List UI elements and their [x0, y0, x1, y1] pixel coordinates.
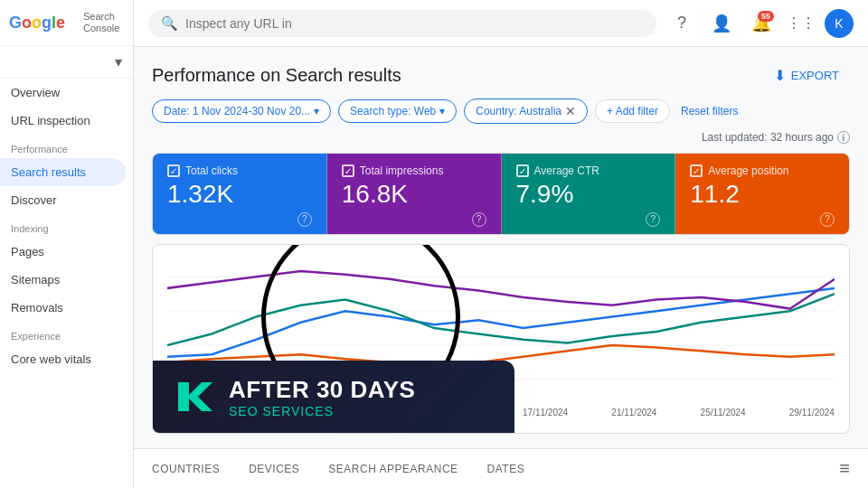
metric-footer: ?	[342, 212, 486, 227]
brand-subtitle: SEO SERVICES	[229, 404, 415, 418]
x-label-6: 21/11/2024	[611, 408, 656, 418]
sidebar-item-pages-label: Pages	[11, 245, 44, 258]
sidebar-item-search-results-label: Search results	[11, 165, 86, 179]
accounts-button[interactable]: 👤	[705, 7, 738, 40]
metric-footer: ?	[167, 212, 312, 227]
country-filter[interactable]: Country: Australia ✕	[464, 99, 588, 124]
tab-countries[interactable]: COUNTRIES	[152, 452, 220, 486]
x-label-5: 17/11/2024	[523, 408, 568, 418]
content-header: Performance on Search results ⬇ EXPORT	[152, 61, 850, 89]
sidebar-item-core-web-vitals-label: Core web vitals	[11, 352, 91, 366]
sidebar-item-overview-label: Overview	[11, 86, 60, 99]
metric-card-position[interactable]: ✓ Average position 11.2 ?	[675, 154, 849, 234]
property-dropdown[interactable]: ▾	[0, 46, 133, 79]
filter-icon[interactable]: ≡	[839, 458, 850, 479]
svg-text:Google: Google	[9, 14, 65, 32]
content-area: Performance on Search results ⬇ EXPORT D…	[134, 47, 868, 448]
search-icon: 🔍	[161, 15, 178, 32]
sidebar-item-url-inspection[interactable]: URL inspection	[0, 107, 126, 135]
sidebar-item-core-web-vitals[interactable]: Core web vitals	[0, 345, 126, 373]
chevron-down-icon: ▾	[439, 105, 445, 117]
metric-position-label: ✓ Average position	[690, 164, 835, 177]
brand-logo-icon	[171, 375, 214, 418]
main-content: 🔍 ? 👤 🔔 55 ⋮⋮ K Performance on Search re…	[134, 0, 868, 488]
sidebar-item-search-results[interactable]: Search results	[0, 158, 126, 186]
chart-area: 01/11/2024 05/11/2024 09/11/2024 13/11/2…	[152, 244, 850, 434]
last-updated: Last updated: 32 hours ago ℹ	[702, 131, 850, 144]
add-filter-button[interactable]: + Add filter	[595, 99, 670, 123]
search-input[interactable]	[185, 16, 644, 31]
search-type-filter[interactable]: Search type: Web ▾	[338, 99, 457, 123]
reset-filters-label: Reset filters	[681, 105, 738, 117]
sidebar-section-performance: Performance	[0, 135, 133, 158]
metric-impressions-value: 16.8K	[342, 181, 486, 209]
download-icon: ⬇	[774, 67, 786, 84]
sidebar-item-pages[interactable]: Pages	[0, 238, 126, 266]
grid-icon: ⋮⋮	[787, 14, 816, 32]
info-icon[interactable]: ?	[472, 212, 486, 227]
sidebar-item-sitemaps-label: Sitemaps	[11, 273, 60, 286]
last-updated-text: Last updated: 32 hours ago	[702, 131, 834, 144]
add-filter-label: + Add filter	[607, 105, 658, 117]
topbar-icons: ? 👤 🔔 55 ⋮⋮ K	[665, 7, 854, 40]
clicks-line	[167, 288, 835, 357]
chevron-down-icon: ▾	[314, 105, 319, 117]
info-icon[interactable]: ?	[820, 212, 835, 227]
metric-impressions-label: ✓ Total impressions	[342, 164, 486, 177]
search-box[interactable]: 🔍	[148, 10, 656, 37]
tab-search-appearance[interactable]: SEARCH APPEARANCE	[328, 452, 458, 486]
date-filter-label: Date: 1 Nov 2024-30 Nov 20...	[164, 105, 310, 117]
checkbox-icon: ✓	[690, 164, 703, 177]
metric-position-value: 11.2	[690, 181, 835, 209]
sidebar: Google SearchConsole ▾ Overview URL insp…	[0, 0, 134, 488]
checkbox-icon: ✓	[342, 164, 354, 177]
info-icon[interactable]: ?	[646, 212, 660, 227]
filters-bar: Date: 1 Nov 2024-30 Nov 20... ▾ Search t…	[152, 99, 850, 144]
bottom-tabs: COUNTRIES DEVICES SEARCH APPEARANCE DATE…	[134, 448, 868, 488]
apps-button[interactable]: ⋮⋮	[785, 7, 817, 40]
sidebar-item-removals[interactable]: Removals	[0, 294, 126, 322]
metric-footer: ?	[516, 212, 661, 227]
branding-overlay: AFTER 30 DAYS SEO SERVICES	[153, 361, 514, 433]
metric-ctr-value: 7.9%	[516, 181, 661, 209]
date-filter[interactable]: Date: 1 Nov 2024-30 Nov 20... ▾	[152, 99, 331, 123]
sidebar-item-overview[interactable]: Overview	[0, 79, 126, 107]
sidebar-section-indexing: Indexing	[0, 214, 133, 238]
tab-dates[interactable]: DATES	[487, 452, 525, 486]
metric-card-clicks[interactable]: ✓ Total clicks 1.32K ?	[153, 154, 327, 234]
metric-card-impressions[interactable]: ✓ Total impressions 16.8K ?	[327, 154, 502, 234]
sidebar-section-experience: Experience	[0, 322, 133, 345]
help-icon: ?	[677, 14, 686, 33]
brand-text: AFTER 30 DAYS SEO SERVICES	[229, 376, 415, 418]
info-icon[interactable]: ?	[297, 212, 312, 227]
sidebar-item-url-inspection-label: URL inspection	[11, 114, 90, 127]
reset-filters-button[interactable]: Reset filters	[677, 100, 741, 122]
x-label-7: 25/11/2024	[701, 408, 746, 418]
metric-clicks-value: 1.32K	[167, 181, 312, 209]
chevron-down-icon: ▾	[115, 53, 122, 70]
x-label-8: 29/11/2024	[789, 408, 835, 418]
checkbox-icon: ✓	[167, 164, 180, 177]
tab-devices[interactable]: DEVICES	[249, 452, 299, 486]
sidebar-item-discover[interactable]: Discover	[0, 186, 126, 214]
user-avatar[interactable]: K	[825, 9, 854, 38]
export-button[interactable]: ⬇ EXPORT	[763, 61, 850, 89]
checkbox-icon: ✓	[516, 164, 529, 177]
export-label: EXPORT	[791, 69, 839, 82]
google-logo-icon: Google	[9, 12, 76, 33]
metric-card-ctr[interactable]: ✓ Average CTR 7.9% ?	[502, 154, 676, 234]
notifications-button[interactable]: 🔔 55	[745, 7, 778, 40]
metric-ctr-label: ✓ Average CTR	[516, 164, 661, 177]
search-type-label: Search type: Web	[350, 105, 436, 117]
info-icon: ℹ	[837, 131, 850, 144]
app-name-label: SearchConsole	[83, 11, 119, 34]
page-title: Performance on Search results	[152, 65, 401, 86]
metric-clicks-label: ✓ Total clicks	[167, 164, 312, 177]
metric-cards: ✓ Total clicks 1.32K ? ✓ Total impressio…	[152, 153, 850, 235]
topbar: 🔍 ? 👤 🔔 55 ⋮⋮ K	[134, 0, 868, 47]
help-button[interactable]: ?	[665, 7, 698, 40]
notification-badge: 55	[758, 11, 774, 22]
sidebar-item-sitemaps[interactable]: Sitemaps	[0, 266, 126, 294]
close-icon[interactable]: ✕	[565, 104, 576, 118]
sidebar-item-removals-label: Removals	[11, 301, 63, 314]
